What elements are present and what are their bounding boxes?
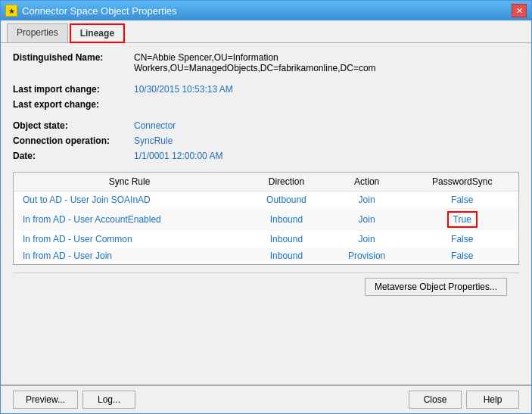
- footer-right-buttons: Close Help: [409, 391, 519, 409]
- last-export-label: Last export change:: [13, 99, 134, 110]
- cell-direction: Outbound: [245, 191, 328, 209]
- tab-lineage[interactable]: Lineage: [70, 23, 125, 43]
- main-window: ★ Connector Space Object Properties ✕ Pr…: [0, 0, 532, 414]
- metaverse-properties-button[interactable]: Metaverse Object Properties...: [365, 278, 507, 296]
- cell-direction: Inbound: [245, 231, 328, 247]
- sync-rules-table: Sync Rule Direction Action PasswordSync …: [14, 173, 518, 264]
- table-row[interactable]: In from AD - User AccountEnabledInboundJ…: [14, 208, 518, 231]
- close-button[interactable]: ✕: [512, 4, 527, 17]
- col-header-syncrule: Sync Rule: [14, 173, 245, 191]
- col-header-direction: Direction: [245, 173, 328, 191]
- title-bar: ★ Connector Space Object Properties ✕: [1, 1, 531, 20]
- connection-op-value: SyncRule: [134, 135, 519, 146]
- distinguished-name-label: Distinguished Name:: [13, 52, 134, 63]
- cell-passwordsync: True: [406, 208, 518, 231]
- table-row[interactable]: Out to AD - User Join SOAInADOutboundJoi…: [14, 191, 518, 209]
- cell-syncrule: In from AD - User AccountEnabled: [14, 208, 245, 231]
- col-header-passwordsync: PasswordSync: [406, 173, 518, 191]
- table-row[interactable]: In from AD - User CommonInboundJoinFalse: [14, 231, 518, 247]
- close-dialog-button[interactable]: Close: [409, 391, 462, 409]
- help-button[interactable]: Help: [466, 391, 519, 409]
- cell-action: Join: [328, 231, 406, 247]
- date-label: Date:: [13, 151, 134, 161]
- object-state-label: Object state:: [13, 120, 134, 131]
- object-state-value: Connector: [134, 120, 519, 131]
- cell-syncrule: In from AD - User Join: [14, 247, 245, 264]
- connection-op-row: Connection operation: SyncRule: [13, 135, 519, 146]
- tab-properties[interactable]: Properties: [7, 23, 68, 42]
- cell-action: Join: [328, 191, 406, 209]
- distinguished-name-row: Distinguished Name: CN=Abbie Spencer,OU=…: [13, 52, 519, 73]
- log-button[interactable]: Log...: [82, 391, 135, 409]
- tab-bar: Properties Lineage: [1, 20, 531, 43]
- table-header-row: Sync Rule Direction Action PasswordSync: [14, 173, 518, 191]
- title-bar-left: ★ Connector Space Object Properties: [5, 5, 177, 17]
- date-row: Date: 1/1/0001 12:00:00 AM: [13, 151, 519, 161]
- cell-passwordsync: False: [406, 231, 518, 247]
- cell-passwordsync: False: [406, 191, 518, 209]
- metaverse-button-area: Metaverse Object Properties...: [13, 272, 519, 300]
- preview-button[interactable]: Preview...: [13, 391, 78, 409]
- date-value: 1/1/0001 12:00:00 AM: [134, 151, 519, 161]
- cell-direction: Inbound: [245, 247, 328, 264]
- cell-passwordsync: False: [406, 247, 518, 264]
- content-area: Distinguished Name: CN=Abbie Spencer,OU=…: [1, 43, 531, 384]
- last-import-label: Last import change:: [13, 84, 134, 95]
- window-icon: ★: [5, 5, 17, 17]
- window-title: Connector Space Object Properties: [22, 5, 177, 17]
- last-import-row: Last import change: 10/30/2015 10:53:13 …: [13, 84, 519, 95]
- last-export-row: Last export change:: [13, 99, 519, 110]
- sync-rules-table-container: Sync Rule Direction Action PasswordSync …: [13, 172, 519, 265]
- cell-action: Join: [328, 208, 406, 231]
- last-import-value: 10/30/2015 10:53:13 AM: [134, 84, 519, 95]
- object-state-row: Object state: Connector: [13, 120, 519, 131]
- distinguished-name-value: CN=Abbie Spencer,OU=Information Workers,…: [134, 52, 519, 73]
- footer-left-buttons: Preview... Log...: [13, 391, 135, 409]
- table-row[interactable]: In from AD - User JoinInboundProvisionFa…: [14, 247, 518, 264]
- cell-action: Provision: [328, 247, 406, 264]
- cell-syncrule: Out to AD - User Join SOAInAD: [14, 191, 245, 209]
- cell-direction: Inbound: [245, 208, 328, 231]
- footer: Preview... Log... Close Help: [1, 384, 531, 413]
- connection-op-label: Connection operation:: [13, 135, 134, 146]
- cell-syncrule: In from AD - User Common: [14, 231, 245, 247]
- col-header-action: Action: [328, 173, 406, 191]
